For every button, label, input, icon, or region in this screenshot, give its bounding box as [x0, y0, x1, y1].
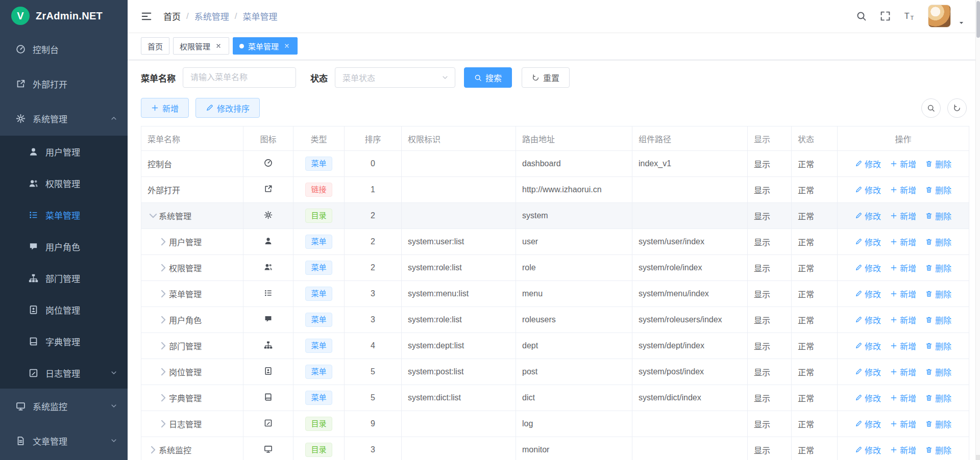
op-edit-link[interactable]: 修改: [855, 444, 881, 456]
op-add-link[interactable]: 新增: [890, 158, 916, 170]
sidebar-item[interactable]: 文章管理: [0, 423, 128, 458]
op-edit-link[interactable]: 修改: [855, 158, 881, 170]
op-delete-link[interactable]: 删除: [925, 262, 951, 274]
op-add-link[interactable]: 新增: [890, 418, 916, 430]
expand-row-icon[interactable]: [158, 340, 169, 351]
op-edit-link[interactable]: 修改: [855, 262, 881, 274]
sidebar-toggle-icon[interactable]: [141, 11, 152, 22]
expand-row-icon[interactable]: [148, 444, 159, 455]
op-add-link[interactable]: 新增: [890, 366, 916, 378]
op-edit-link[interactable]: 修改: [855, 418, 881, 430]
sidebar-item[interactable]: 用户管理: [0, 136, 128, 167]
op-add-link[interactable]: 新增: [890, 236, 916, 248]
chevron-down-icon[interactable]: [958, 19, 965, 28]
reset-button[interactable]: 重置: [522, 67, 570, 88]
op-delete-link[interactable]: 删除: [925, 340, 951, 352]
sidebar-item[interactable]: 系统监控: [0, 389, 128, 423]
scrollbar-thumb[interactable]: [976, 1, 980, 38]
column-header: 操作: [838, 126, 969, 151]
logo[interactable]: V ZrAdmin.NET: [0, 0, 128, 32]
op-add-link[interactable]: 新增: [890, 288, 916, 300]
type-tag: 菜单: [305, 157, 332, 171]
sidebar-item[interactable]: 部门管理: [0, 262, 128, 294]
op-add-link[interactable]: 新增: [890, 262, 916, 274]
menu-name: 用户角色: [169, 314, 202, 326]
op-delete-link[interactable]: 删除: [925, 210, 951, 222]
op-edit-link[interactable]: 修改: [855, 184, 881, 196]
op-add-link[interactable]: 新增: [890, 340, 916, 352]
logo-icon: V: [11, 7, 30, 25]
op-edit-link[interactable]: 修改: [855, 288, 881, 300]
op-edit-link[interactable]: 修改: [855, 392, 881, 404]
op-delete-link[interactable]: 删除: [925, 418, 951, 430]
sidebar-item[interactable]: 外部打开: [0, 66, 128, 101]
tab[interactable]: 权限管理: [173, 37, 229, 55]
toggle-search-button[interactable]: [921, 98, 941, 118]
op-delete-link[interactable]: 删除: [925, 288, 951, 300]
expand-row-icon[interactable]: [158, 418, 169, 429]
sidebar-item[interactable]: 系统管理: [0, 101, 128, 136]
expand-row-icon[interactable]: [158, 366, 169, 377]
op-edit-link[interactable]: 修改: [855, 366, 881, 378]
expand-row-icon[interactable]: [158, 236, 169, 247]
sidebar-item[interactable]: 控制台: [0, 32, 128, 66]
search-button[interactable]: 搜索: [464, 67, 512, 88]
expand-row-icon[interactable]: [158, 288, 169, 299]
sidebar-item[interactable]: 字典管理: [0, 325, 128, 357]
tab-close-icon[interactable]: [283, 42, 291, 50]
op-add-link[interactable]: 新增: [890, 392, 916, 404]
op-delete-link[interactable]: 删除: [925, 366, 951, 378]
sidebar-item-label: 外部打开: [33, 78, 67, 90]
menu-name-filter-input[interactable]: [183, 67, 296, 88]
sidebar-item[interactable]: 权限管理: [0, 167, 128, 199]
op-edit-link[interactable]: 修改: [855, 314, 881, 326]
collapse-row-icon[interactable]: [148, 210, 159, 221]
op-edit-link[interactable]: 修改: [855, 236, 881, 248]
breadcrumb-item[interactable]: 系统管理: [194, 10, 229, 22]
page-scrollbar[interactable]: [975, 0, 980, 460]
log-icon: [264, 419, 273, 427]
status-filter-select[interactable]: 菜单状态: [335, 67, 455, 88]
sort-cell: 1: [345, 177, 402, 203]
sidebar-item[interactable]: 日志管理: [0, 357, 128, 389]
op-edit-link[interactable]: 修改: [855, 340, 881, 352]
expand-row-icon[interactable]: [158, 392, 169, 403]
add-button[interactable]: 新增: [141, 98, 189, 118]
op-add-link[interactable]: 新增: [890, 210, 916, 222]
op-delete-link[interactable]: 删除: [925, 314, 951, 326]
refresh-table-button[interactable]: [947, 98, 967, 118]
avatar[interactable]: [928, 5, 951, 28]
op-delete-link[interactable]: 删除: [925, 158, 951, 170]
op-label: 新增: [900, 392, 916, 404]
display-cell: 显示: [748, 437, 792, 460]
expand-row-icon[interactable]: [158, 262, 169, 273]
op-edit-link[interactable]: 修改: [855, 210, 881, 222]
op-add-link[interactable]: 新增: [890, 184, 916, 196]
menu-name: 字典管理: [169, 392, 202, 404]
op-add-link[interactable]: 新增: [890, 444, 916, 456]
type-tag: 目录: [305, 209, 332, 223]
sidebar-item[interactable]: 岗位管理: [0, 294, 128, 325]
op-label: 删除: [935, 418, 951, 430]
route-cell: system: [516, 203, 632, 229]
op-delete-link[interactable]: 删除: [925, 444, 951, 456]
sidebar-item[interactable]: 用户角色: [0, 231, 128, 262]
expand-row-icon[interactable]: [158, 314, 169, 325]
sidebar-item[interactable]: 菜单管理: [0, 199, 128, 231]
font-size-icon[interactable]: TT: [904, 11, 915, 21]
search-icon[interactable]: [856, 11, 867, 21]
fullscreen-icon[interactable]: [880, 11, 891, 21]
tab[interactable]: 首页: [141, 37, 169, 55]
modify-sort-button[interactable]: 修改排序: [195, 98, 260, 118]
edit-icon: [855, 368, 862, 375]
tab[interactable]: 菜单管理: [233, 37, 298, 55]
op-delete-link[interactable]: 删除: [925, 236, 951, 248]
display-cell: 显示: [748, 385, 792, 411]
op-delete-link[interactable]: 删除: [925, 184, 951, 196]
trash-icon: [925, 316, 933, 323]
op-label: 删除: [935, 236, 951, 248]
tab-close-icon[interactable]: [214, 42, 223, 50]
op-delete-link[interactable]: 删除: [925, 392, 951, 404]
op-add-link[interactable]: 新增: [890, 314, 916, 326]
breadcrumb-item[interactable]: 首页: [163, 10, 181, 22]
